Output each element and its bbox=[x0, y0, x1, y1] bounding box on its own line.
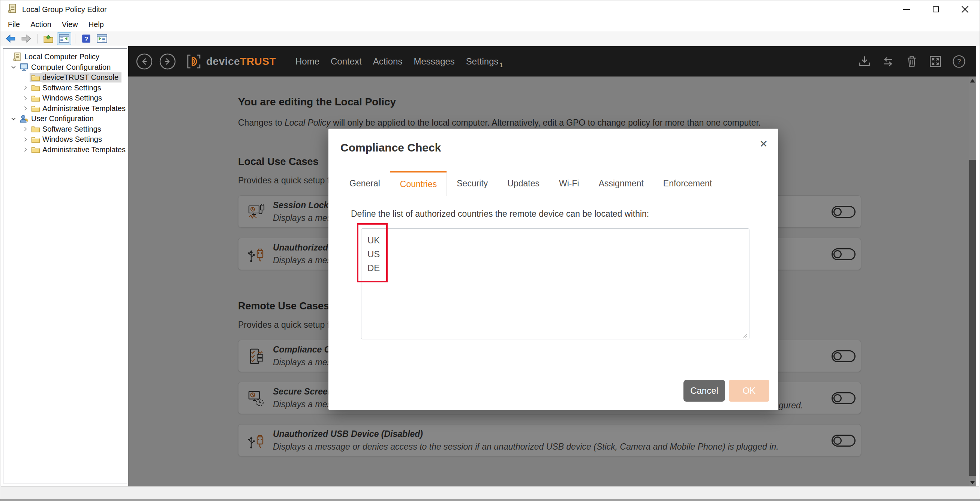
console-tree-icon bbox=[59, 34, 69, 43]
nav-actions[interactable]: Actions bbox=[373, 56, 402, 67]
show-console-tree-button[interactable] bbox=[57, 32, 71, 45]
console-tree-panel: Local Computer Policy Computer Configura… bbox=[3, 48, 127, 484]
transfer-icon[interactable] bbox=[881, 54, 896, 69]
computer-icon bbox=[18, 62, 30, 73]
export-list-button[interactable] bbox=[41, 32, 56, 45]
nav-messages[interactable]: Messages bbox=[414, 56, 454, 67]
compliance-check-dialog: Compliance Check ✕ General Countries Sec… bbox=[328, 129, 778, 410]
tree-item-devicetrust-console[interactable]: deviceTRUST Console bbox=[3, 72, 127, 83]
forward-arrow-icon bbox=[21, 33, 32, 44]
nav-settings[interactable]: Settings1 bbox=[466, 56, 503, 67]
chevron-collapsed-icon[interactable] bbox=[21, 85, 30, 91]
minimize-icon bbox=[903, 9, 910, 10]
titlebar: Local Group Policy Editor bbox=[0, 0, 980, 18]
tree-item-label: Administrative Templates bbox=[41, 145, 127, 155]
countries-textarea[interactable]: UK US DE bbox=[361, 228, 749, 339]
trash-icon[interactable] bbox=[904, 54, 919, 69]
maximize-button[interactable] bbox=[921, 0, 950, 18]
tree-item-label: Windows Settings bbox=[41, 93, 105, 103]
tree-item-computer-configuration[interactable]: Computer Configuration bbox=[3, 62, 127, 73]
tab-wifi[interactable]: Wi-Fi bbox=[549, 171, 589, 196]
fullscreen-icon[interactable] bbox=[928, 54, 943, 69]
tree-item-local-computer-policy[interactable]: Local Computer Policy bbox=[3, 52, 127, 62]
tree-item-label: Administrative Templates bbox=[41, 103, 127, 114]
forward-button[interactable] bbox=[19, 32, 33, 45]
new-window-button[interactable] bbox=[95, 32, 109, 45]
menu-file[interactable]: File bbox=[3, 18, 25, 31]
menu-action[interactable]: Action bbox=[25, 18, 57, 31]
help-icon: ? bbox=[81, 34, 91, 43]
svg-text:?: ? bbox=[84, 35, 89, 42]
tree-item-administrative-templates-user[interactable]: Administrative Templates bbox=[3, 145, 127, 155]
tree-item-windows-settings-user[interactable]: Windows Settings bbox=[3, 134, 127, 145]
tree-item-windows-settings-computer[interactable]: Windows Settings bbox=[3, 93, 127, 103]
tab-general[interactable]: General bbox=[340, 171, 390, 196]
tree-item-label: Software Settings bbox=[41, 124, 104, 134]
back-button[interactable] bbox=[3, 32, 18, 45]
tab-updates[interactable]: Updates bbox=[498, 171, 549, 196]
folder-icon bbox=[30, 135, 41, 144]
dialog-title: Compliance Check bbox=[340, 142, 441, 154]
folder-icon bbox=[30, 124, 41, 134]
close-icon bbox=[961, 5, 969, 13]
folder-icon bbox=[30, 145, 41, 154]
menubar: File Action View Help bbox=[0, 18, 980, 31]
chevron-expanded-icon[interactable] bbox=[10, 116, 18, 122]
red-highlight-annotation bbox=[357, 223, 388, 282]
resize-grip-icon[interactable] bbox=[741, 331, 748, 338]
folder-icon bbox=[30, 83, 41, 92]
app-scroll-icon bbox=[7, 3, 18, 15]
status-bar bbox=[1, 487, 979, 499]
menu-help[interactable]: Help bbox=[83, 18, 109, 31]
user-icon bbox=[18, 113, 30, 124]
console-forward-icon[interactable] bbox=[159, 53, 176, 70]
ok-button[interactable]: OK bbox=[729, 380, 769, 402]
tab-assignment[interactable]: Assignment bbox=[589, 171, 654, 196]
tree-item-software-settings-computer[interactable]: Software Settings bbox=[3, 83, 127, 93]
tree-item-software-settings-user[interactable]: Software Settings bbox=[3, 124, 127, 135]
new-window-icon bbox=[97, 34, 107, 43]
tab-countries[interactable]: Countries bbox=[390, 171, 447, 196]
menu-view[interactable]: View bbox=[57, 18, 83, 31]
chevron-collapsed-icon[interactable] bbox=[21, 146, 30, 153]
toolbar: ? bbox=[0, 31, 980, 46]
devicetrust-logo[interactable]: deviceTRUST bbox=[185, 53, 276, 70]
chevron-collapsed-icon[interactable] bbox=[21, 95, 30, 101]
help-button[interactable]: ? bbox=[79, 32, 93, 45]
console-header-actions: ? bbox=[857, 54, 967, 69]
tree-item-label: Computer Configuration bbox=[30, 62, 114, 72]
maximize-icon bbox=[933, 6, 939, 13]
countries-instruction: Define the list of authorized countries … bbox=[351, 209, 649, 219]
help-circle-icon[interactable]: ? bbox=[951, 54, 967, 69]
brand-device: device bbox=[206, 56, 240, 67]
chevron-collapsed-icon[interactable] bbox=[21, 126, 30, 132]
tree-item-label: deviceTRUST Console bbox=[41, 72, 121, 83]
folder-icon bbox=[30, 94, 41, 103]
minimize-button[interactable] bbox=[892, 0, 921, 18]
console-back-icon[interactable] bbox=[136, 53, 153, 70]
cancel-button[interactable]: Cancel bbox=[683, 380, 725, 402]
chevron-expanded-icon[interactable] bbox=[10, 64, 18, 70]
export-folder-icon bbox=[43, 34, 54, 43]
console-header: deviceTRUST Home Context Actions Message… bbox=[128, 46, 976, 76]
nav-context[interactable]: Context bbox=[331, 56, 362, 67]
dialog-close-icon[interactable]: ✕ bbox=[759, 139, 768, 149]
tree-item-label: Windows Settings bbox=[41, 134, 105, 145]
dialog-tabs: General Countries Security Updates Wi-Fi… bbox=[340, 171, 767, 196]
nav-home[interactable]: Home bbox=[296, 56, 320, 67]
close-button[interactable] bbox=[950, 0, 980, 18]
chevron-collapsed-icon[interactable] bbox=[21, 137, 30, 143]
download-icon[interactable] bbox=[857, 54, 872, 69]
tab-enforcement[interactable]: Enforcement bbox=[654, 171, 722, 196]
tree-item-label: Local Computer Policy bbox=[24, 52, 102, 62]
tree-item-user-configuration[interactable]: User Configuration bbox=[3, 114, 127, 124]
toolbar-separator bbox=[37, 34, 38, 43]
window-title: Local Group Policy Editor bbox=[22, 5, 107, 14]
folder-icon bbox=[30, 73, 41, 82]
tab-security[interactable]: Security bbox=[447, 171, 498, 196]
chevron-collapsed-icon[interactable] bbox=[21, 105, 30, 111]
settings-badge: 1 bbox=[500, 62, 503, 68]
gpo-scroll-icon bbox=[11, 51, 24, 63]
tree-item-administrative-templates-computer[interactable]: Administrative Templates bbox=[3, 103, 127, 114]
toolbar-separator bbox=[75, 34, 75, 43]
